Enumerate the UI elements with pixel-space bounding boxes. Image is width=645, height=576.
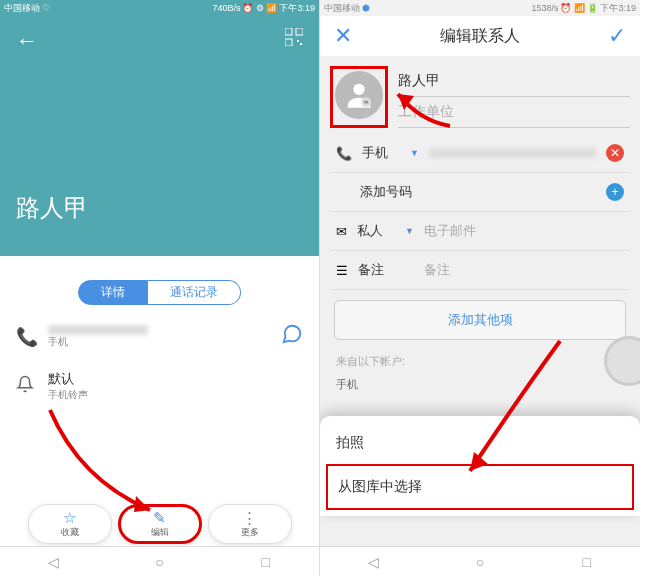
sheet-camera[interactable]: 拍照	[326, 422, 634, 464]
photo-picker-sheet: 拍照 从图库中选择	[320, 416, 640, 516]
ringtone-title: 默认	[48, 370, 303, 388]
phone-number-masked	[48, 325, 148, 335]
phone-icon: 📞	[336, 146, 352, 161]
status-bar: 中国移动 ♡ 740B/s ⏰ ⚙ 📶 下午3:19	[0, 0, 319, 16]
back-icon[interactable]: ←	[16, 28, 38, 54]
account-type: 手机	[330, 373, 630, 396]
chevron-down-icon[interactable]: ▼	[405, 226, 414, 236]
svg-rect-8	[364, 101, 368, 104]
contact-name: 路人甲	[16, 192, 303, 224]
add-number-row[interactable]: 添加号码 +	[330, 173, 630, 212]
ringtone-sub: 手机铃声	[48, 388, 303, 402]
carrier-label: 中国移动	[4, 2, 40, 15]
nav-recent-icon[interactable]: □	[256, 554, 276, 570]
nav-home-icon[interactable]: ○	[149, 554, 169, 570]
add-number-label: 添加号码	[360, 183, 412, 201]
nav-home-icon[interactable]: ○	[470, 554, 490, 570]
status-bar: 中国移动 ⬢ 1538/s ⏰ 📶 🔋 下午3:19	[320, 0, 640, 16]
company-field[interactable]: 工作单位	[398, 97, 630, 128]
more-label: 更多	[241, 526, 259, 539]
confirm-icon[interactable]: ✓	[608, 23, 626, 49]
phone-row[interactable]: 📞 手机	[0, 313, 319, 360]
avatar-button[interactable]	[335, 71, 383, 119]
more-button[interactable]: ⋮ 更多	[208, 504, 292, 544]
avatar-highlight	[330, 66, 388, 128]
clock: 下午3:19	[279, 2, 315, 15]
remark-placeholder: 备注	[424, 261, 450, 279]
phone-label: 手机	[362, 144, 398, 162]
star-icon: ☆	[63, 510, 76, 525]
edit-button[interactable]: ✎ 编辑	[118, 504, 202, 544]
tabs: 详情 通话记录	[0, 272, 319, 313]
svg-point-6	[353, 84, 364, 95]
account-from: 来自以下帐户:	[330, 350, 630, 373]
nav-back-icon[interactable]: ◁	[363, 554, 383, 570]
favorite-button[interactable]: ☆ 收藏	[28, 504, 112, 544]
bell-icon	[16, 375, 36, 398]
name-field[interactable]: 路人甲	[398, 66, 630, 97]
notes-icon: ☰	[336, 263, 348, 278]
remove-phone-button[interactable]: ✕	[606, 144, 624, 162]
svg-rect-4	[300, 43, 302, 45]
contact-header: ← 路人甲	[0, 16, 319, 256]
message-icon[interactable]	[281, 323, 303, 350]
nav-recent-icon[interactable]: □	[577, 554, 597, 570]
close-icon[interactable]: ✕	[334, 23, 352, 49]
pencil-icon: ✎	[153, 510, 166, 525]
sheet-gallery[interactable]: 从图库中选择	[326, 464, 634, 510]
screen-contact-detail: 中国移动 ♡ 740B/s ⏰ ⚙ 📶 下午3:19 ← 路人甲 详情 通话记录	[0, 0, 320, 576]
phone-type: 手机	[48, 335, 269, 349]
nav-bar: ◁ ○ □	[0, 546, 319, 576]
email-type: 私人	[357, 222, 393, 240]
screen-edit-contact: 中国移动 ⬢ 1538/s ⏰ 📶 🔋 下午3:19 ✕ 编辑联系人 ✓	[320, 0, 640, 576]
add-other-button[interactable]: 添加其他项	[334, 300, 626, 340]
tab-detail[interactable]: 详情	[78, 280, 148, 305]
edit-header: ✕ 编辑联系人 ✓	[320, 16, 640, 56]
remark-label: 备注	[358, 261, 394, 279]
more-icon: ⋮	[242, 510, 257, 525]
remark-row[interactable]: ☰ 备注 备注	[330, 251, 630, 290]
favorite-label: 收藏	[61, 526, 79, 539]
phone-edit-row[interactable]: 📞 手机 ▼ ✕	[330, 134, 630, 173]
page-title: 编辑联系人	[440, 26, 520, 47]
svg-rect-0	[285, 28, 292, 35]
svg-rect-1	[296, 28, 303, 35]
ringtone-row[interactable]: 默认 手机铃声	[0, 360, 319, 412]
phone-icon: 📞	[16, 326, 36, 348]
edit-body: 路人甲 工作单位 📞 手机 ▼ ✕ 添加号码 + ✉ 私人 ▼	[320, 56, 640, 546]
svg-rect-3	[297, 40, 299, 42]
net-speed: 1538/s	[531, 3, 558, 13]
carrier-label: 中国移动	[324, 2, 360, 15]
svg-rect-2	[285, 39, 292, 46]
mail-icon: ✉	[336, 224, 347, 239]
phone-value-masked	[429, 148, 596, 158]
clock: 下午3:19	[600, 2, 636, 15]
email-placeholder: 电子邮件	[424, 222, 476, 240]
email-row[interactable]: ✉ 私人 ▼ 电子邮件	[330, 212, 630, 251]
qr-icon[interactable]	[285, 28, 303, 54]
net-speed: 740B/s	[212, 3, 240, 13]
bottom-actions: ☆ 收藏 ✎ 编辑 ⋮ 更多	[0, 504, 319, 544]
tab-calllog[interactable]: 通话记录	[148, 280, 241, 305]
chevron-down-icon[interactable]: ▼	[410, 148, 419, 158]
nav-back-icon[interactable]: ◁	[43, 554, 63, 570]
add-number-button[interactable]: +	[606, 183, 624, 201]
nav-bar: ◁ ○ □	[320, 546, 640, 576]
edit-label: 编辑	[151, 526, 169, 539]
